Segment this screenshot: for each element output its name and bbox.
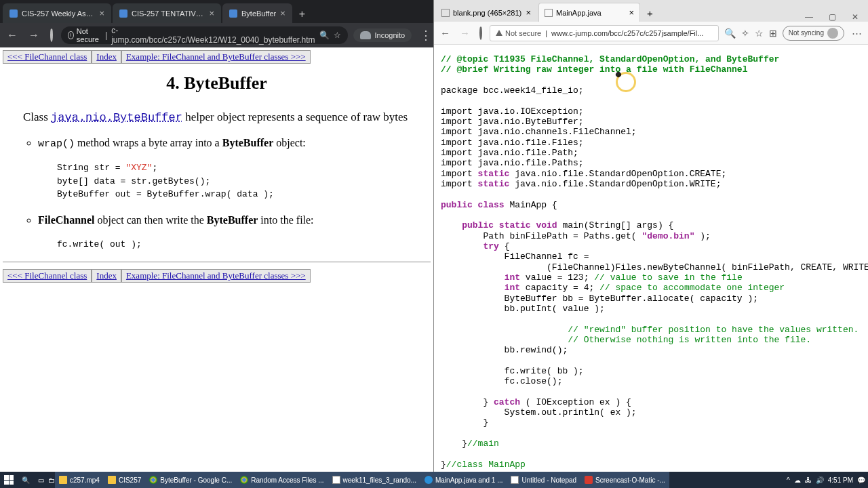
reload-button[interactable] xyxy=(47,26,56,44)
bookmark-icon[interactable]: ☆ xyxy=(334,30,341,40)
reload-button[interactable] xyxy=(477,25,484,41)
edge-tab-active[interactable]: MainApp.java × xyxy=(538,3,640,22)
taskbar-label: c257.mp4 xyxy=(70,476,100,484)
forward-button[interactable]: → xyxy=(458,25,472,41)
incognito-label: Incognito xyxy=(375,31,406,39)
nav-index-link[interactable]: Index xyxy=(92,50,121,64)
back-button[interactable]: ← xyxy=(4,26,20,44)
chrome-tab[interactable]: CIS-257 TENTATIVE SCHEDULE × xyxy=(113,3,221,23)
nav-prev-link[interactable]: <<< FileChannel class xyxy=(3,50,92,64)
taskbar-item[interactable]: c257.mp4 xyxy=(55,472,104,488)
explorer-button[interactable]: 🗀 xyxy=(48,476,55,484)
reader-icon[interactable]: 🔍 xyxy=(319,30,330,40)
list-item: wrap() method wraps a byte array into a … xyxy=(38,135,431,201)
start-button[interactable] xyxy=(0,472,18,488)
incognito-indicator[interactable]: Incognito xyxy=(353,28,412,42)
edge-window: blank.png (465×281) × MainApp.java × + —… xyxy=(434,0,868,472)
network-icon[interactable]: 🖧 xyxy=(805,476,812,484)
tab-favicon-icon xyxy=(9,9,18,18)
notepad-icon xyxy=(511,476,519,484)
nav-index-link[interactable]: Index xyxy=(92,269,121,283)
back-button[interactable]: ← xyxy=(438,25,452,41)
security-indicator[interactable]: i Not secure xyxy=(68,27,101,43)
security-indicator[interactable]: Not secure xyxy=(496,29,541,37)
taskbar[interactable]: 🔍 ▭ 🗀 c257.mp4 CIS257 ByteBuffer - Googl… xyxy=(0,472,868,488)
volume-icon[interactable]: 🔊 xyxy=(816,476,824,484)
chrome-window: CIS-257 Weekly Assignments × CIS-257 TEN… xyxy=(0,0,434,472)
code-block: fc.write( out ); xyxy=(57,238,431,251)
list-item: FileChannel object can then write the By… xyxy=(38,212,431,251)
new-tab-button[interactable]: + xyxy=(294,5,311,23)
taskbar-label: Random Access Files ... xyxy=(251,476,323,484)
taskbar-item[interactable]: Random Access Files ... xyxy=(236,472,328,488)
taskbar-item[interactable]: week11_files_3_rando... xyxy=(328,472,420,488)
chrome-icon xyxy=(240,476,248,484)
taskbar-item[interactable]: Screencast-O-Matic -... xyxy=(580,472,669,488)
java-source: // @topic T11935 FileChannel, StandardOp… xyxy=(441,54,861,470)
security-label: Not secure xyxy=(77,27,101,43)
task-view-button[interactable]: ▭ xyxy=(34,472,48,488)
notifications-icon[interactable]: 💬 xyxy=(857,476,865,484)
taskbar-item[interactable]: ByteBuffer - Google C... xyxy=(145,472,236,488)
tab-title: blank.png (465×281) xyxy=(453,9,522,17)
security-label: Not secure xyxy=(505,29,541,37)
onedrive-icon[interactable]: ☁ xyxy=(794,476,801,484)
taskbar-item[interactable]: CIS257 xyxy=(104,472,145,488)
nav-prev-link[interactable]: <<< FileChannel class xyxy=(3,269,92,283)
tab-title: MainApp.java xyxy=(556,9,625,17)
class-link[interactable]: java.nio.ByteBuffer xyxy=(51,111,182,124)
tab-favicon-icon xyxy=(229,9,237,18)
intro-paragraph: Class java.nio.ByteBuffer helper object … xyxy=(23,108,424,127)
edge-actions: 🔍 ✧ ☆ ⊞ xyxy=(724,28,777,39)
page-content-left: <<< FileChannel class Index Example: Fil… xyxy=(0,47,433,472)
tab-title: CIS-257 Weekly Assignments xyxy=(22,9,95,18)
clock[interactable]: 4:51 PM xyxy=(828,476,853,484)
windows-icon xyxy=(4,475,14,485)
profile-sync[interactable]: Not syncing xyxy=(783,26,844,41)
system-tray[interactable]: ^ ☁ 🖧 🔊 4:51 PM 💬 xyxy=(787,476,868,484)
taskbar-item[interactable]: MainApp.java and 1 ... xyxy=(420,472,507,488)
taskbar-label: CIS257 xyxy=(119,476,141,484)
favorites-icon[interactable]: ☆ xyxy=(755,28,764,39)
close-icon[interactable]: × xyxy=(280,8,285,18)
minimize-button[interactable]: — xyxy=(797,12,821,22)
url-text: c-jump.com/bcc/c257c/Week12/W12_0040_byt… xyxy=(111,26,315,45)
taskbar-label: week11_files_3_rando... xyxy=(343,476,416,484)
close-icon[interactable]: × xyxy=(629,7,634,18)
chrome-tab[interactable]: CIS-257 Weekly Assignments × xyxy=(3,3,111,23)
reload-icon xyxy=(50,28,53,42)
window-controls: — ▢ ✕ xyxy=(797,12,867,22)
divider xyxy=(3,262,431,262)
text: Class xyxy=(23,110,51,123)
extensions-icon[interactable]: ✧ xyxy=(741,28,749,39)
reload-icon xyxy=(479,26,482,40)
address-bar[interactable]: Not secure | www.c-jump.com/bcc/c257c/c2… xyxy=(490,25,719,41)
nav-next-link[interactable]: Example: FileChannel and ByteBuffer clas… xyxy=(121,269,311,283)
edge-toolbar: ← → Not secure | www.c-jump.com/bcc/c257… xyxy=(434,22,868,45)
breadcrumb-bottom: <<< FileChannel class Index Example: Fil… xyxy=(3,269,431,283)
close-icon[interactable]: × xyxy=(99,8,104,18)
forward-button[interactable]: → xyxy=(26,26,42,44)
zoom-icon[interactable]: 🔍 xyxy=(724,28,736,39)
search-button[interactable]: 🔍 xyxy=(18,472,34,488)
collections-icon[interactable]: ⊞ xyxy=(769,28,777,39)
nav-next-link[interactable]: Example: FileChannel and ByteBuffer clas… xyxy=(121,50,311,64)
info-icon: i xyxy=(68,31,74,39)
chrome-menu-button[interactable]: ⋮ xyxy=(417,28,435,43)
edge-tab[interactable]: blank.png (465×281) × xyxy=(435,3,537,22)
close-icon[interactable]: × xyxy=(526,7,531,18)
folder-icon xyxy=(59,476,67,484)
taskbar-label: MainApp.java and 1 ... xyxy=(435,476,503,484)
maximize-button[interactable]: ▢ xyxy=(821,12,844,22)
taskbar-label: Untitled - Notepad xyxy=(521,476,576,484)
edge-menu-button[interactable]: ⋯ xyxy=(850,25,864,41)
close-window-button[interactable]: ✕ xyxy=(844,12,867,22)
tray-icon[interactable]: ^ xyxy=(787,476,790,484)
tab-title: ByteBuffer xyxy=(241,9,276,18)
chrome-tab-bar: CIS-257 Weekly Assignments × CIS-257 TEN… xyxy=(0,0,433,23)
chrome-tab-active[interactable]: ByteBuffer × xyxy=(222,3,292,23)
new-tab-button[interactable]: + xyxy=(642,5,658,22)
address-bar[interactable]: i Not secure | c-jump.com/bcc/c257c/Week… xyxy=(61,26,348,44)
taskbar-item[interactable]: Untitled - Notepad xyxy=(507,472,580,488)
close-icon[interactable]: × xyxy=(209,8,214,18)
